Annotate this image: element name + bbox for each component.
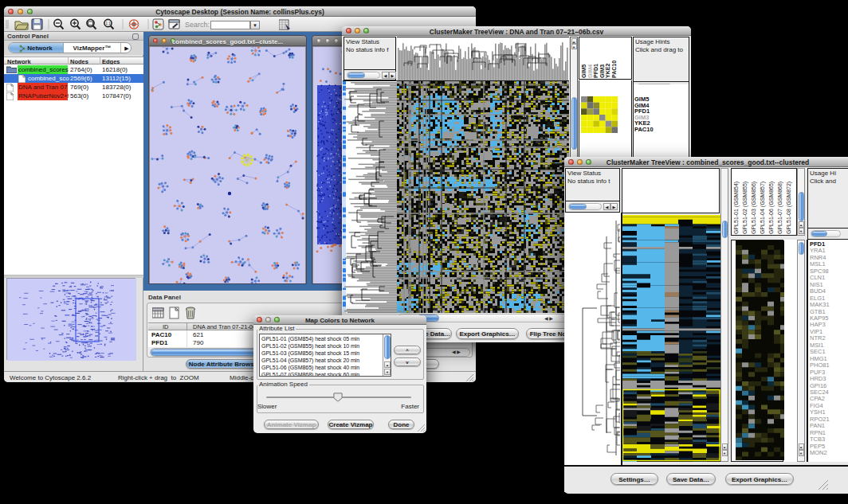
svg-text:Search:: Search: <box>185 21 210 29</box>
svg-text:1:1: 1:1 <box>105 21 111 25</box>
